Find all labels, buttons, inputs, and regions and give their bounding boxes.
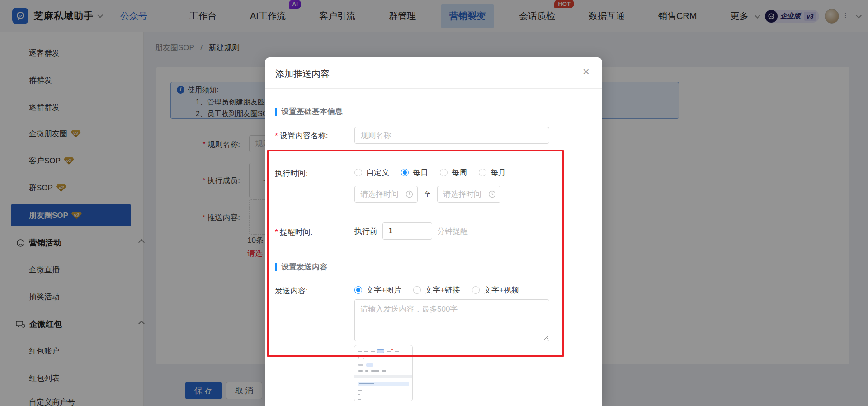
end-time-picker[interactable]	[437, 186, 500, 203]
content-name-label: *设置内容名称:	[275, 131, 328, 141]
time-range-row: 至	[354, 186, 500, 203]
section-bar-icon	[275, 108, 277, 116]
close-icon[interactable]: ×	[583, 66, 590, 77]
remind-row: 执行前 分钟提醒	[354, 222, 468, 240]
radio-selected-icon	[354, 286, 362, 294]
remind-time-label: *提醒时间:	[275, 227, 312, 237]
radio-weekly[interactable]: 每周	[440, 167, 467, 178]
radio-icon	[479, 169, 486, 176]
send-content-textarea[interactable]	[354, 299, 549, 341]
section-send-content: 设置发送内容	[275, 262, 327, 272]
exec-time-radio-group: 自定义 每日 每周 每月	[354, 167, 506, 178]
radio-selected-icon	[401, 169, 409, 176]
radio-icon	[472, 286, 480, 294]
send-content-label: 发送内容:	[275, 286, 308, 296]
clock-icon	[488, 190, 496, 198]
section-basic-info: 设置基础基本信息	[275, 106, 343, 117]
remind-prefix: 执行前	[354, 226, 377, 236]
clock-icon	[406, 190, 413, 198]
radio-custom[interactable]: 自定义	[354, 167, 389, 178]
exec-time-label: 执行时间:	[275, 168, 308, 179]
start-time-picker[interactable]	[354, 186, 418, 203]
divider	[265, 88, 602, 89]
add-push-content-modal: 添加推送内容 × 设置基础基本信息 *设置内容名称: 执行时间: 自定义 每日 …	[265, 57, 602, 406]
app-screen: 芝麻私域助手 公众号 工作台 AI工作流AI 客户引流 群管理 营销裂变 会话质…	[0, 0, 868, 406]
section-bar-icon	[275, 263, 277, 271]
remind-minutes-input[interactable]	[382, 222, 432, 240]
remind-suffix: 分钟提醒	[437, 226, 468, 236]
radio-daily-selected[interactable]: 每日	[401, 167, 428, 178]
modal-title: 添加推送内容	[275, 68, 330, 80]
radio-text-link[interactable]: 文字+链接	[413, 285, 460, 295]
to-label: 至	[424, 189, 431, 199]
radio-monthly[interactable]: 每月	[479, 167, 506, 178]
send-type-radio-group: 文字+图片 文字+链接 文字+视频	[354, 285, 519, 295]
radio-text-video[interactable]: 文字+视频	[472, 285, 519, 295]
radio-icon	[354, 169, 362, 176]
radio-icon	[440, 169, 448, 176]
content-name-input[interactable]	[354, 127, 549, 144]
radio-icon	[413, 286, 421, 294]
radio-text-image-selected[interactable]: 文字+图片	[354, 285, 401, 295]
mini-active-tab	[377, 349, 384, 353]
mini-hot-dot	[391, 349, 393, 350]
sop-preview-thumbnail[interactable]	[354, 345, 413, 401]
